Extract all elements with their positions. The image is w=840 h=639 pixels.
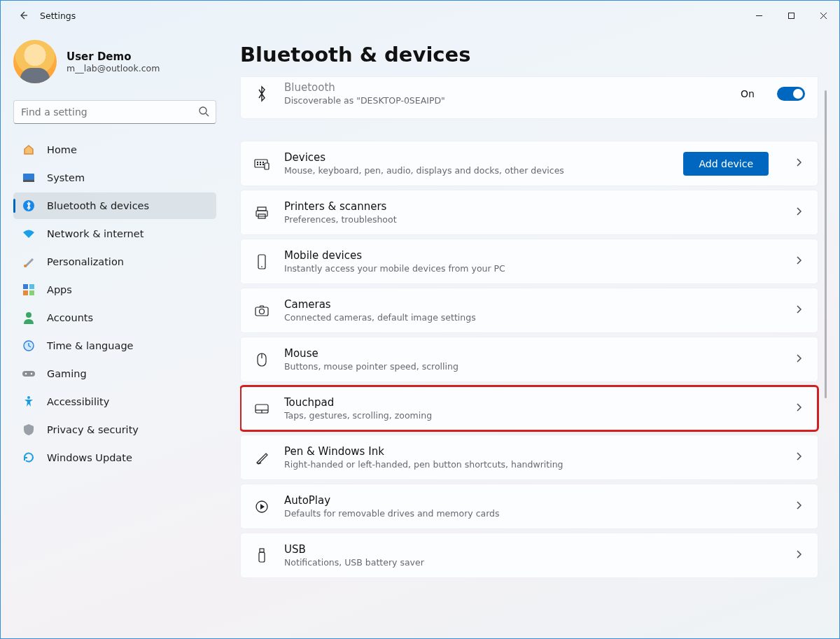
nav-apps[interactable]: Apps: [13, 276, 216, 303]
devices-subtitle: Mouse, keyboard, pen, audio, displays an…: [284, 165, 669, 176]
chevron-right-icon: [792, 255, 805, 268]
chevron-right-icon: [792, 451, 805, 464]
maximize-button[interactable]: [775, 1, 807, 30]
window-controls: [743, 1, 839, 30]
search-input[interactable]: [13, 100, 216, 124]
minimize-button[interactable]: [743, 1, 775, 30]
svg-point-9: [24, 265, 27, 267]
nav-gaming[interactable]: Gaming: [13, 360, 216, 387]
bluetooth-subtitle: Discoverable as "DESKTOP-0SEAIPD": [284, 95, 727, 106]
touchpad-card[interactable]: Touchpad Taps, gestures, scrolling, zoom…: [240, 386, 818, 431]
arrow-left-icon: [18, 10, 29, 21]
svg-rect-29: [256, 211, 267, 216]
nav-label: Bluetooth & devices: [47, 200, 149, 211]
pen-icon: [253, 451, 270, 465]
nav-label: System: [47, 172, 85, 183]
phone-icon: [253, 254, 270, 269]
autoplay-card[interactable]: AutoPlay Defaults for removable drives a…: [240, 484, 818, 529]
gamepad-icon: [22, 367, 36, 381]
bluetooth-card[interactable]: Bluetooth Discoverable as "DESKTOP-0SEAI…: [240, 76, 818, 119]
nav-windows-update[interactable]: Windows Update: [13, 444, 216, 471]
svg-point-4: [200, 107, 206, 114]
autoplay-title: AutoPlay: [284, 494, 778, 507]
close-button[interactable]: [807, 1, 839, 30]
mouse-card[interactable]: Mouse Buttons, mouse pointer speed, scro…: [240, 337, 818, 382]
mouse-title: Mouse: [284, 347, 778, 360]
nav-label: Windows Update: [47, 452, 132, 463]
printers-subtitle: Preferences, troubleshoot: [284, 214, 778, 225]
scrollbar[interactable]: [825, 90, 827, 398]
main-panel: Bluetooth & devices Bluetooth Discoverab…: [226, 30, 839, 638]
nav-time-language[interactable]: Time & language: [13, 332, 216, 359]
chevron-right-icon: [792, 206, 805, 219]
usb-title: USB: [284, 543, 778, 556]
nav-label: Time & language: [47, 340, 134, 351]
nav-accessibility[interactable]: Accessibility: [13, 388, 216, 415]
nav-label: Privacy & security: [47, 424, 139, 435]
nav-accounts[interactable]: Accounts: [13, 304, 216, 331]
nav-network[interactable]: Network & internet: [13, 220, 216, 247]
svg-point-34: [260, 309, 265, 314]
svg-rect-41: [260, 549, 264, 552]
mobile-devices-card[interactable]: Mobile devices Instantly access your mob…: [240, 239, 818, 284]
svg-point-26: [262, 164, 263, 164]
nav-personalization[interactable]: Personalization: [13, 248, 216, 275]
chevron-right-icon: [792, 500, 805, 513]
usb-icon: [253, 548, 270, 563]
autoplay-icon: [253, 500, 270, 514]
nav-system[interactable]: System: [13, 164, 216, 191]
accessibility-icon: [22, 395, 36, 409]
nav-label: Accessibility: [47, 396, 109, 407]
pen-ink-card[interactable]: Pen & Windows Ink Right-handed or left-h…: [240, 435, 818, 480]
person-icon: [22, 311, 36, 325]
svg-point-23: [262, 162, 263, 162]
add-device-button[interactable]: Add device: [683, 152, 769, 176]
bluetooth-toggle[interactable]: [777, 87, 805, 101]
back-button[interactable]: [13, 6, 33, 25]
nav-bluetooth-devices[interactable]: Bluetooth & devices: [13, 192, 216, 219]
page-title: Bluetooth & devices: [240, 30, 827, 76]
usb-subtitle: Notifications, USB battery saver: [284, 557, 778, 568]
svg-point-19: [27, 396, 30, 399]
nav-list: Home System Bluetooth & devices Network …: [13, 136, 216, 471]
clock-globe-icon: [22, 339, 36, 353]
nav-home[interactable]: Home: [13, 136, 216, 163]
bluetooth-title: Bluetooth: [284, 81, 727, 94]
profile-block[interactable]: User Demo m__lab@outlook.com: [13, 37, 216, 96]
wifi-icon: [22, 227, 36, 241]
search-container: [13, 100, 216, 124]
touchpad-subtitle: Taps, gestures, scrolling, zooming: [284, 410, 778, 421]
bluetooth-icon: [22, 199, 36, 213]
chevron-right-icon: [792, 353, 805, 366]
svg-rect-11: [29, 284, 34, 289]
printers-card[interactable]: Printers & scanners Preferences, trouble…: [240, 190, 818, 235]
devices-card[interactable]: Devices Mouse, keyboard, pen, audio, dis…: [240, 141, 818, 186]
titlebar: Settings: [1, 1, 839, 30]
svg-line-5: [206, 113, 209, 116]
svg-point-22: [260, 162, 260, 162]
mouse-icon: [253, 352, 270, 367]
cameras-card[interactable]: Cameras Connected cameras, default image…: [240, 288, 818, 333]
minimize-icon: [755, 12, 763, 20]
profile-name: User Demo: [66, 50, 160, 63]
svg-point-24: [257, 164, 258, 164]
touchpad-icon: [253, 403, 270, 414]
usb-card[interactable]: USB Notifications, USB battery saver: [240, 533, 818, 578]
cameras-title: Cameras: [284, 298, 778, 311]
svg-point-21: [257, 162, 258, 162]
printer-icon: [253, 206, 270, 220]
svg-point-25: [260, 164, 260, 164]
close-icon: [820, 12, 827, 20]
bluetooth-state-label: On: [741, 88, 755, 99]
camera-icon: [253, 304, 270, 317]
nav-privacy[interactable]: Privacy & security: [13, 416, 216, 443]
settings-scroll-area[interactable]: Bluetooth Discoverable as "DESKTOP-0SEAI…: [240, 76, 827, 638]
svg-rect-10: [23, 284, 28, 289]
pen-title: Pen & Windows Ink: [284, 445, 778, 458]
mobile-title: Mobile devices: [284, 249, 778, 262]
nav-label: Accounts: [47, 312, 93, 323]
update-icon: [22, 451, 36, 465]
svg-rect-28: [258, 207, 266, 211]
svg-point-17: [25, 373, 27, 375]
nav-label: Network & internet: [47, 228, 144, 239]
